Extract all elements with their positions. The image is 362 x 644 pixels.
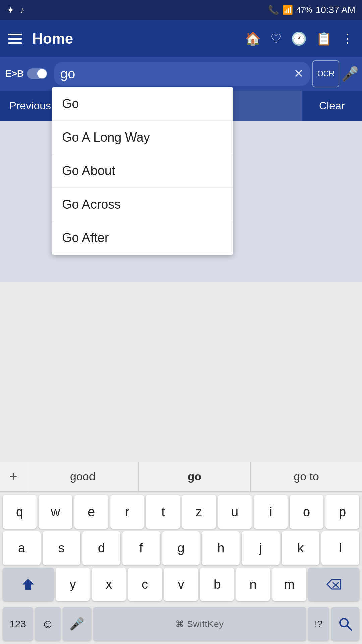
key-w[interactable]: w (39, 495, 72, 529)
app-bar: Home 🏠 ♡ 🕐 📋 ⋮ (0, 20, 362, 57)
key-j[interactable]: j (242, 531, 280, 565)
key-z[interactable]: z (182, 495, 216, 529)
key-g[interactable]: g (162, 531, 200, 565)
favorites-icon[interactable]: ♡ (270, 31, 282, 46)
status-time: 10:37 AM (316, 5, 355, 15)
music-icon: ♪ (20, 5, 24, 15)
clear-input-button[interactable]: ✕ (294, 67, 304, 81)
swiftkey-space[interactable]: ⌘ SwiftKey (93, 607, 306, 641)
key-r[interactable]: r (110, 495, 144, 529)
app-title: Home (32, 30, 238, 47)
key-mic[interactable]: 🎤 (63, 607, 91, 641)
search-input[interactable] (60, 66, 290, 82)
key-u[interactable]: u (218, 495, 252, 529)
mic-button[interactable]: 🎤 (341, 66, 359, 82)
battery-icon: 47% (296, 5, 312, 15)
key-p[interactable]: p (325, 495, 359, 529)
key-x[interactable]: x (92, 568, 126, 601)
clipboard-icon[interactable]: 📋 (316, 31, 332, 46)
kbd-sugg-go-to[interactable]: go to (250, 462, 362, 491)
signal-bars-icon: 📶 (282, 5, 293, 15)
key-d[interactable]: d (82, 531, 120, 565)
search-input-wrap: ✕ (54, 62, 310, 86)
key-q[interactable]: q (3, 495, 37, 529)
key-h[interactable]: h (202, 531, 240, 565)
keyboard-bottom-row: 123 ☺ 🎤 ⌘ SwiftKey !? (0, 607, 362, 644)
key-e[interactable]: e (74, 495, 108, 529)
toggle-switch[interactable] (27, 68, 47, 79)
keyboard: + good go go to q w e r t z u i o p a s … (0, 462, 362, 644)
key-backspace[interactable] (308, 568, 359, 601)
key-c[interactable]: c (128, 568, 162, 601)
keyboard-row-2: a s d f g h j k l (3, 531, 359, 565)
search-area: E>B ✕ OCR 🎤 (0, 57, 362, 91)
ocr-button[interactable]: OCR (312, 60, 339, 87)
dropdown-item-go-a-long-way[interactable]: Go A Long Way (52, 121, 233, 154)
search-dropdown: Go Go A Long Way Go About Go Across Go A… (52, 87, 233, 255)
key-i[interactable]: i (254, 495, 288, 529)
more-options-icon[interactable]: ⋮ (341, 31, 354, 46)
key-b[interactable]: b (200, 568, 234, 601)
key-o[interactable]: o (290, 495, 323, 529)
hamburger-menu[interactable] (8, 34, 22, 44)
key-v[interactable]: v (164, 568, 198, 601)
key-special-chars[interactable]: !? (308, 607, 329, 641)
key-n[interactable]: n (236, 568, 270, 601)
kbd-plus-button[interactable]: + (0, 469, 27, 484)
previous-button[interactable]: Previous (0, 91, 61, 121)
key-search[interactable] (331, 607, 359, 641)
key-k[interactable]: k (282, 531, 319, 565)
svg-line-3 (347, 626, 351, 630)
eb-toggle[interactable]: E>B (0, 68, 54, 79)
phone-icon: 📞 (268, 5, 279, 15)
eb-label: E>B (5, 68, 24, 79)
keyboard-row-1: q w e r t z u i o p (3, 495, 359, 529)
key-f[interactable]: f (122, 531, 160, 565)
kbd-sugg-good[interactable]: good (27, 462, 139, 491)
key-s[interactable]: s (43, 531, 80, 565)
dropdown-item-go[interactable]: Go (52, 87, 233, 121)
dropdown-item-go-across[interactable]: Go Across (52, 188, 233, 221)
status-bar: ✦ ♪ 📞 📶 47% 10:37 AM (0, 0, 362, 20)
history-icon[interactable]: 🕐 (291, 31, 307, 46)
key-a[interactable]: a (3, 531, 41, 565)
key-t[interactable]: t (146, 495, 180, 529)
dropdown-item-go-about[interactable]: Go About (52, 154, 233, 188)
dropdown-item-go-after[interactable]: Go After (52, 221, 233, 255)
app-icon-star: ✦ (7, 5, 14, 16)
key-emoji[interactable]: ☺ (35, 607, 61, 641)
keyboard-row-3: y x c v b n m (3, 568, 359, 601)
keyboard-rows: q w e r t z u i o p a s d f g h j k l (0, 492, 362, 607)
keyboard-suggestions: + good go go to (0, 462, 362, 492)
ocr-label: OCR (317, 69, 334, 78)
key-l[interactable]: l (321, 531, 359, 565)
key-m[interactable]: m (272, 568, 306, 601)
clear-button[interactable]: Clear (301, 91, 362, 121)
kbd-sugg-go[interactable]: go (139, 462, 251, 491)
home-icon[interactable]: 🏠 (245, 31, 261, 46)
key-y[interactable]: y (56, 568, 90, 601)
key-shift[interactable] (3, 568, 54, 601)
key-numbers[interactable]: 123 (3, 607, 33, 641)
app-bar-icons: 🏠 ♡ 🕐 📋 ⋮ (245, 31, 354, 46)
